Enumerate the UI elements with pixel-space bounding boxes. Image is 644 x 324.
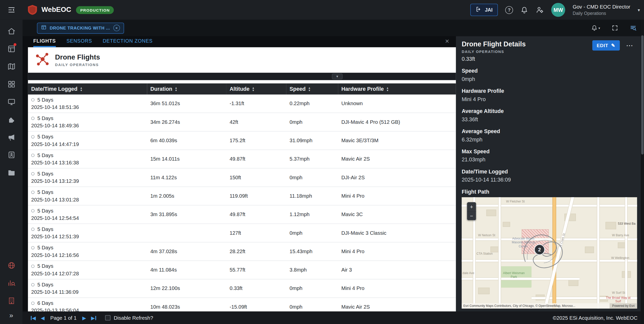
fullscreen-icon[interactable] <box>609 24 621 32</box>
jai-button[interactable]: JAI <box>471 4 498 16</box>
flight-cluster-marker[interactable]: 2 <box>534 244 545 255</box>
detail-field: Hardware Profile Mini 4 Pro <box>462 88 636 102</box>
sidebar-toggle-icon[interactable] <box>0 5 23 14</box>
status-dot-icon <box>31 154 35 157</box>
avatar[interactable]: MW <box>551 3 565 17</box>
table-header-row: Date/Time Logged▲▼ Duration▲▼ Altitude▲▼… <box>28 83 456 95</box>
dashboard-icon[interactable] <box>0 40 23 57</box>
column-duration[interactable]: Duration▲▼ <box>147 83 226 95</box>
row-speed: 5.37mph <box>286 150 338 168</box>
sort-icon[interactable]: ▲▼ <box>175 87 177 91</box>
board-tab-drone-tracking[interactable]: DRONE TRACKING WITH ... ✕ <box>37 22 124 34</box>
column-altitude[interactable]: Altitude▲▼ <box>226 83 286 95</box>
user-menu-chevron-icon[interactable]: ▾ <box>638 7 640 13</box>
last-page-icon[interactable]: ▶ <box>88 315 98 321</box>
table-row[interactable]: 5 Days 2025-10-14 12:54:54 3m 31.895s 49… <box>28 205 456 224</box>
zoom-in-button[interactable]: + <box>467 202 476 211</box>
sort-icon[interactable]: ▲▼ <box>80 87 82 91</box>
row-altitude: 55.77ft <box>226 261 286 279</box>
table-row[interactable]: 5 Days 2025-10-14 12:16:56 4m 37.028s 28… <box>28 242 456 261</box>
table-row[interactable]: 6 Days 2025-10-13 18:56:04 10m 48.023s -… <box>28 298 456 312</box>
table-row[interactable]: 5 Days 2025-10-14 12:51:39 127ft 0mph DJ… <box>28 224 456 242</box>
row-hardware: Air 3 <box>338 261 456 279</box>
map-zoom-control: + − <box>467 202 476 220</box>
zoom-out-button[interactable]: − <box>467 211 476 220</box>
announcements-megaphone-icon[interactable] <box>0 128 23 146</box>
help-icon[interactable]: ? <box>505 6 513 14</box>
boards-monitor-icon[interactable] <box>0 93 23 110</box>
scrollbar[interactable] <box>641 20 644 324</box>
row-age: 5 Days <box>37 153 53 158</box>
status-dot-icon <box>31 264 35 268</box>
table-row[interactable]: 5 Days 2025-10-14 14:47:19 6m 40.039s 17… <box>28 131 456 150</box>
row-altitude: 175.2ft <box>226 131 286 150</box>
home-icon[interactable] <box>0 22 23 40</box>
tab-sensors[interactable]: SENSORS <box>67 38 92 47</box>
files-folder-icon[interactable] <box>0 164 23 181</box>
column-speed[interactable]: Speed▲▼ <box>286 83 338 95</box>
filter-toggle-button[interactable]: ▾ <box>332 74 343 79</box>
status-dot-icon <box>31 228 35 231</box>
street-label: dale Ave <box>463 271 474 275</box>
filter-collapse-strip: ▾ <box>28 73 456 80</box>
more-options-icon[interactable]: ··· <box>624 42 636 49</box>
row-duration: 4m 11.084s <box>147 261 226 279</box>
attribution-text: Esri Community Maps Contributors, City o… <box>463 304 575 308</box>
flight-path-label: Flight Path <box>462 189 636 195</box>
table-row[interactable]: 5 Days 2025-10-14 18:51:36 36m 51.012s -… <box>28 95 456 113</box>
row-speed: 1.12mph <box>286 205 338 224</box>
search-analytics-icon[interactable] <box>0 274 23 292</box>
edit-button[interactable]: EDIT ✎ <box>592 40 620 51</box>
column-hardware-profile[interactable]: Hardware Profile▲▼ <box>338 83 456 95</box>
table-row[interactable]: 5 Days 2025-10-14 13:01:28 1m 2.005s 119… <box>28 187 456 205</box>
sort-icon[interactable]: ▲▼ <box>308 87 311 91</box>
contacts-badge-icon[interactable] <box>0 146 23 164</box>
expand-sidebar-icon[interactable]: » <box>7 309 16 322</box>
admin-user-icon[interactable] <box>536 6 544 14</box>
table-row[interactable]: 5 Days 2025-10-14 13:16:38 15m 14.011s 4… <box>28 150 456 168</box>
plugins-puzzle-icon[interactable] <box>0 110 23 128</box>
close-tab-icon[interactable]: ✕ <box>113 25 120 31</box>
sort-icon[interactable]: ▲▼ <box>252 87 255 91</box>
tab-flights[interactable]: FLIGHTS <box>33 38 56 47</box>
detail-field: Speed 0mph <box>462 68 636 82</box>
row-duration: 34m 26.274s <box>147 113 226 131</box>
row-duration <box>147 224 226 242</box>
table-row[interactable]: 5 Days 2025-10-14 18:49:36 34m 26.274s 4… <box>28 113 456 131</box>
scrollbar-thumb[interactable] <box>641 35 644 155</box>
map-icon[interactable] <box>0 57 23 75</box>
row-altitude: 150ft <box>226 168 286 187</box>
prev-page-icon[interactable]: ◀ <box>38 315 47 321</box>
board-search-icon[interactable] <box>627 24 639 32</box>
detail-field-label: Max Speed <box>462 148 636 154</box>
notifications-bell-icon[interactable] <box>520 6 528 14</box>
column-date-time[interactable]: Date/Time Logged▲▼ <box>28 83 147 95</box>
web-globe-icon[interactable] <box>0 256 23 274</box>
row-datetime: 2025-10-14 12:54:54 <box>31 215 144 221</box>
row-speed: 0mph <box>286 168 338 187</box>
user-menu[interactable]: Gov - CMD EOC Director Daily Operations <box>573 4 630 16</box>
flight-path-map[interactable]: 2 W Fletcher St 533 West Ba W Barry Ave … <box>462 197 637 309</box>
row-altitude: -15.09ft <box>226 298 286 312</box>
sort-icon[interactable]: ▲▼ <box>386 87 389 91</box>
table-row[interactable]: 5 Days 2025-10-14 13:12:39 11m 4.122s 15… <box>28 168 456 187</box>
panel-tabs: FLIGHTS SENSORS DETECTION ZONES ✕ <box>28 36 456 47</box>
disable-refresh-checkbox[interactable] <box>105 315 110 320</box>
row-hardware: Mavic Air 2S <box>338 150 456 168</box>
organization-building-icon[interactable] <box>0 292 23 309</box>
table-row[interactable]: 5 Days 2025-10-14 11:36:09 12m 22.100s 0… <box>28 279 456 298</box>
table-row[interactable]: 5 Days 2025-10-14 12:07:28 4m 11.084s 55… <box>28 261 456 279</box>
tab-detection-zones[interactable]: DETECTION ZONES <box>103 38 152 47</box>
first-page-icon[interactable]: ◀ <box>28 315 38 321</box>
close-panel-icon[interactable]: ✕ <box>442 38 452 45</box>
next-page-icon[interactable]: ▶ <box>80 315 89 321</box>
drone-flight-details-panel: Drone Flight Details DAILY OPERATIONS ED… <box>456 36 641 311</box>
detail-field-value: 6.32mph <box>462 136 636 142</box>
details-title: Drone Flight Details <box>462 40 526 48</box>
user-role: Gov - CMD EOC Director <box>573 4 630 10</box>
alert-settings-bell-icon[interactable]: ▾ <box>589 24 602 32</box>
status-dot-icon <box>31 172 35 175</box>
row-age: 6 Days <box>37 300 53 306</box>
street-label: W Wellington <box>611 256 629 260</box>
apps-grid-icon[interactable] <box>0 75 23 93</box>
